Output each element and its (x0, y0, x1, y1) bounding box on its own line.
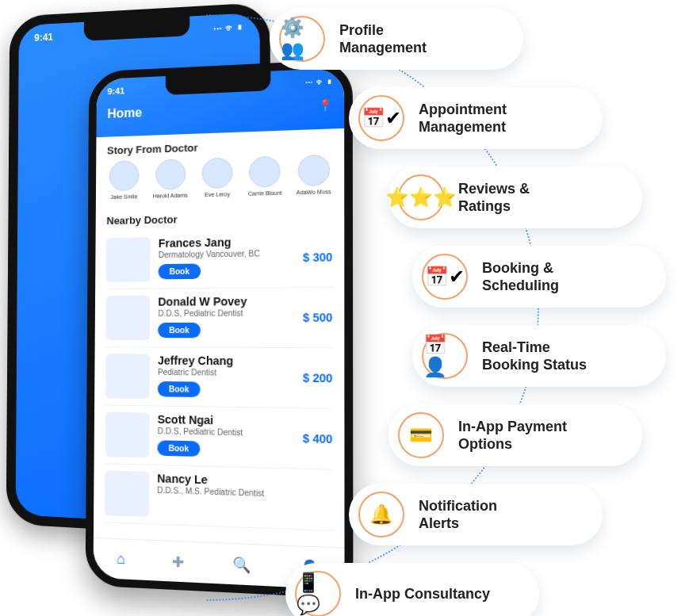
appointment-management-icon: 📅✔ (362, 107, 401, 129)
status-time: 9:41 (108, 86, 125, 96)
feature-label: ProfileManagement (339, 21, 427, 57)
feature-label: NotificationAlerts (419, 497, 497, 533)
story-name: Harold Adams (153, 193, 188, 200)
page-title: Home (107, 105, 142, 121)
story-name: Jake Smile (111, 193, 138, 201)
feature-icon-circle: 📅👤 (422, 333, 468, 379)
avatar (155, 159, 186, 189)
feature-icon-circle: 💳 (398, 412, 444, 458)
booking-scheduling-icon: 📅✔ (425, 266, 465, 288)
feature-icon-circle: 📅✔ (422, 254, 468, 300)
tab-kit-icon[interactable]: ✚ (172, 553, 184, 571)
feature-real-time-booking-status: 📅👤 Real-TimeBooking Status (412, 325, 666, 387)
tab-home-icon[interactable]: ⌂ (117, 550, 125, 568)
feature-appointment-management: 📅✔ AppointmentManagement (349, 87, 603, 149)
doctor-photo (106, 237, 151, 282)
feature-icon-circle: ⚙️👥 (279, 16, 325, 62)
feature-label: In-App Consultancy (355, 585, 490, 603)
feature-label: AppointmentManagement (419, 101, 507, 136)
profile-management-icon: ⚙️👥 (281, 17, 323, 61)
feature-icon-circle: ⭐⭐⭐ (398, 174, 444, 220)
doctor-photo (105, 470, 149, 517)
feature-label: Reviews &Ratings (458, 180, 530, 216)
book-button[interactable]: Book (157, 440, 200, 457)
status-icons: ··· ᯤ ▮ (213, 21, 243, 34)
feature-icon-circle: 📅✔ (358, 95, 404, 141)
phone-notch (84, 17, 189, 41)
tab-search-icon[interactable]: 🔍 (233, 555, 251, 574)
story-item[interactable]: Eve Leroy (199, 157, 235, 198)
feature-label: In-App PaymentOptions (458, 418, 567, 453)
story-item[interactable]: Jake Smile (107, 160, 142, 201)
feature-label: Real-TimeBooking Status (482, 339, 587, 374)
book-button[interactable]: Book (159, 263, 201, 279)
real-time-booking-icon: 📅👤 (423, 334, 466, 378)
in-app-consultancy-icon: 📱💬 (297, 572, 339, 616)
doctor-photo (105, 411, 149, 457)
feature-profile-management: ⚙️👥 ProfileManagement (270, 8, 523, 70)
notification-alerts-icon: 🔔 (369, 503, 393, 526)
feature-booking-scheduling: 📅✔ Booking &Scheduling (412, 246, 666, 308)
book-button[interactable]: Book (158, 381, 201, 397)
feature-in-app-consultancy: 📱💬 In-App Consultancy (285, 563, 539, 616)
reviews-ratings-icon: ⭐⭐⭐ (385, 186, 457, 209)
avatar (109, 160, 140, 191)
story-name: Eve Leroy (205, 191, 230, 198)
feature-icon-circle: 🔔 (358, 492, 404, 538)
feature-label: Booking &Scheduling (482, 259, 559, 295)
story-item[interactable]: Harold Adams (152, 159, 188, 199)
avatar (202, 157, 233, 189)
doctor-photo (105, 354, 150, 399)
feature-in-app-payment: 💳 In-App PaymentOptions (389, 404, 642, 466)
status-time: 9:41 (34, 32, 53, 44)
payment-options-icon: 💳 (409, 424, 433, 446)
feature-list: ⚙️👥 ProfileManagement 📅✔ AppointmentMana… (270, 8, 682, 616)
feature-notification-alerts: 🔔 NotificationAlerts (349, 484, 603, 545)
doctor-photo (105, 295, 150, 340)
book-button[interactable]: Book (158, 323, 201, 338)
feature-icon-circle: 📱💬 (295, 571, 341, 616)
feature-reviews-ratings: ⭐⭐⭐ Reviews &Ratings (389, 166, 642, 228)
